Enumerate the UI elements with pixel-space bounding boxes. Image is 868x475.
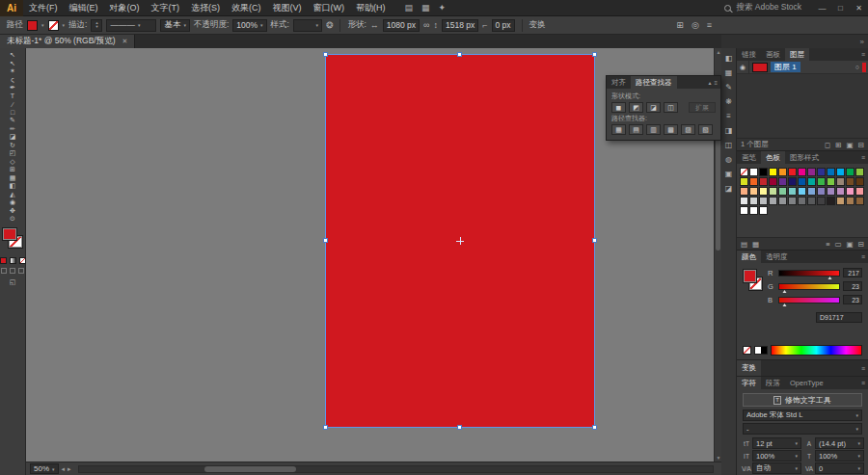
channel-slider[interactable]: [778, 270, 840, 277]
slider-thumb[interactable]: [782, 290, 786, 293]
magic-wand-tool[interactable]: ✶: [0, 67, 25, 76]
zoom-tool[interactable]: ⊙: [0, 215, 25, 224]
merge-icon[interactable]: ▥: [646, 124, 661, 135]
draw-behind-icon[interactable]: [10, 268, 15, 274]
tab-brushes[interactable]: 画笔: [737, 151, 761, 164]
touch-type-tool-button[interactable]: T 修饰文字工具: [743, 393, 862, 407]
swatch[interactable]: [749, 187, 758, 196]
swatch[interactable]: [855, 177, 864, 186]
swatch[interactable]: [836, 197, 845, 205]
direct-selection-tool[interactable]: ↖: [0, 60, 25, 68]
swatch[interactable]: [807, 187, 816, 196]
swatch[interactable]: [759, 177, 768, 186]
gradient-mode-icon[interactable]: [10, 257, 16, 264]
swatch[interactable]: [798, 197, 806, 205]
swatch[interactable]: [827, 197, 835, 205]
swatch[interactable]: [846, 197, 854, 205]
swatch[interactable]: [827, 168, 835, 176]
swatch[interactable]: [836, 177, 845, 186]
gradient-panel-icon[interactable]: ◨: [723, 125, 735, 136]
swatch[interactable]: [846, 168, 854, 176]
swatch[interactable]: [817, 197, 826, 205]
selection-handle[interactable]: [592, 425, 597, 430]
new-swatch-icon[interactable]: ▣: [847, 240, 854, 249]
divide-icon[interactable]: ▦: [611, 124, 626, 135]
exclude-icon[interactable]: ◫: [664, 102, 678, 113]
swatch[interactable]: [836, 206, 845, 215]
swatch[interactable]: [749, 177, 758, 186]
delete-swatch-icon[interactable]: ⊟: [858, 240, 864, 249]
swatch[interactable]: [817, 177, 826, 186]
trim-icon[interactable]: ▤: [629, 124, 643, 135]
appearance-panel-icon[interactable]: ◍: [723, 154, 735, 165]
object-center-point[interactable]: [456, 237, 464, 245]
visibility-eye-icon[interactable]: ◉: [737, 61, 749, 74]
swatch[interactable]: [846, 206, 854, 215]
black-white-swatches[interactable]: [754, 346, 768, 355]
selection-handle[interactable]: [592, 52, 597, 57]
opacity-select[interactable]: 100%▾: [232, 19, 266, 32]
shape-height-field[interactable]: 1518 px: [442, 19, 478, 32]
brushes-panel-icon[interactable]: ✎: [723, 82, 735, 92]
align-objects-icon[interactable]: ⊞: [676, 20, 684, 30]
new-sublayer-icon[interactable]: ⊞: [835, 141, 841, 149]
swatch[interactable]: [740, 168, 748, 176]
swatch[interactable]: [740, 187, 748, 196]
intersect-icon[interactable]: ◪: [646, 102, 661, 113]
font-size-field[interactable]: 12 pt▾: [752, 437, 801, 449]
tab-transparency[interactable]: 透明度: [761, 251, 793, 263]
hex-value-field[interactable]: D91717: [816, 312, 862, 323]
swatch[interactable]: [778, 206, 787, 215]
swatch[interactable]: [846, 187, 854, 196]
workspace-switcher-icon[interactable]: ✦: [439, 3, 447, 13]
swatch[interactable]: [817, 206, 826, 215]
panel-menu-icon[interactable]: ≡: [858, 360, 868, 376]
menu-item[interactable]: 窗口(W): [308, 0, 351, 16]
layer-target-icon[interactable]: ○: [855, 64, 862, 70]
stroke-weight-field[interactable]: ▲▼: [91, 19, 102, 32]
next-artboard-icon[interactable]: ▸: [68, 465, 71, 473]
menu-item[interactable]: 帮助(H): [350, 0, 392, 16]
minimize-button[interactable]: —: [813, 0, 831, 16]
transform-link[interactable]: 变换: [529, 19, 546, 31]
corner-radius-field[interactable]: 0 px: [492, 19, 515, 32]
panel-menu-icon[interactable]: ≡: [858, 151, 868, 164]
leading-field[interactable]: (14.4 pt)▾: [815, 437, 864, 449]
menu-item[interactable]: 编辑(E): [64, 0, 104, 16]
swatch[interactable]: [855, 197, 864, 205]
tab-align[interactable]: 对齐: [607, 76, 631, 89]
new-layer-icon[interactable]: ▣: [847, 141, 854, 149]
swatches-panel-icon[interactable]: ▦: [723, 67, 735, 78]
none-mode-icon[interactable]: [19, 257, 26, 264]
scroll-down-icon[interactable]: ▼: [715, 454, 721, 462]
fill-swatch[interactable]: [27, 20, 38, 31]
maximize-button[interactable]: □: [831, 0, 850, 16]
tab-paragraph[interactable]: 段落: [761, 377, 785, 389]
swatch[interactable]: [798, 177, 806, 186]
rotate-tool[interactable]: ↻: [0, 142, 25, 150]
kerning-field[interactable]: 自动▾: [752, 462, 801, 474]
swatch[interactable]: [788, 206, 797, 215]
font-style-select[interactable]: -▾: [743, 423, 862, 435]
shape-builder-tool[interactable]: ⊞: [0, 166, 25, 174]
draw-normal-icon[interactable]: [1, 268, 7, 274]
menu-item[interactable]: 选择(S): [185, 0, 226, 16]
menu-item[interactable]: 文字(T): [146, 0, 186, 16]
swatch[interactable]: [769, 187, 777, 196]
document-tab[interactable]: 未标题-1* @ 50% (RGB/预览) ✕: [0, 35, 135, 48]
draw-inside-icon[interactable]: [18, 268, 24, 274]
style-select[interactable]: ▾: [293, 19, 322, 32]
isolate-icon[interactable]: ◎: [692, 20, 699, 30]
stroke-swatch[interactable]: [48, 20, 59, 31]
paintbrush-tool[interactable]: ✎: [0, 117, 25, 125]
rectangle-tool[interactable]: □: [0, 109, 25, 118]
shape-width-field[interactable]: 1080 px: [383, 19, 420, 32]
width-profile-select[interactable]: ———▾: [106, 19, 156, 32]
selection-handle[interactable]: [457, 52, 462, 57]
swatch[interactable]: [836, 168, 845, 176]
tracking-field[interactable]: 0▾: [815, 462, 864, 474]
color-spectrum-bar[interactable]: [771, 345, 862, 356]
artboard-rectangle[interactable]: [326, 55, 594, 427]
fill-color-control[interactable]: [3, 228, 16, 240]
swatch[interactable]: [855, 206, 864, 215]
